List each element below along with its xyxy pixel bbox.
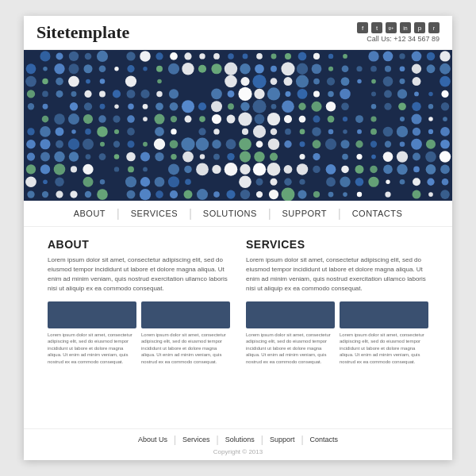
footer-support[interactable]: Support	[263, 436, 301, 443]
about-text: Lorem ipsum dolor sit amet, consectetur …	[48, 255, 230, 294]
call-us: Call Us: +12 34 567 89	[367, 35, 440, 43]
footer-about[interactable]: About Us	[132, 436, 174, 443]
card-2-text: Lorem ipsum dolor sit amet, consectetur …	[141, 332, 230, 365]
rss-icon[interactable]: r	[428, 22, 440, 33]
card-1-image	[48, 301, 136, 328]
pinterest-icon[interactable]: p	[414, 22, 425, 33]
services-cards: Lorem ipsum dolor sit amet, consectetur …	[246, 301, 428, 365]
header: Sitetemplate f t g+ in p r Call Us: +12 …	[24, 16, 452, 50]
about-title: ABOUT	[48, 238, 230, 251]
nav-about[interactable]: ABOUT	[63, 209, 117, 218]
main-nav: ABOUT | SERVICES | SOLUTIONS | SUPPORT |…	[24, 201, 452, 227]
card-4: Lorem ipsum dolor sit amet, consectetur …	[340, 301, 428, 365]
footer-solutions[interactable]: Solutions	[219, 436, 261, 443]
card-2: Lorem ipsum dolor sit amet, consectetur …	[141, 301, 230, 365]
card-2-image	[141, 301, 230, 328]
nav-solutions[interactable]: SOLUTIONS	[192, 209, 268, 218]
nav-support[interactable]: SUPPORT	[271, 209, 338, 218]
services-column: SERVICES Lorem ipsum dolor sit amet, con…	[238, 238, 436, 420]
twitter-icon[interactable]: t	[371, 22, 382, 33]
googleplus-icon[interactable]: g+	[386, 22, 397, 33]
card-3-text: Lorem ipsum dolor sit amet, consectetur …	[246, 332, 335, 365]
card-1: Lorem ipsum dolor sit amet, consectetur …	[48, 301, 136, 365]
card-4-image	[340, 301, 428, 328]
main-content: ABOUT Lorem ipsum dolor sit amet, consec…	[24, 227, 452, 428]
services-title: SERVICES	[246, 238, 428, 251]
logo: Sitetemplate	[36, 22, 129, 43]
about-column: ABOUT Lorem ipsum dolor sit amet, consec…	[40, 238, 238, 420]
card-4-text: Lorem ipsum dolor sit amet, consectetur …	[340, 332, 428, 365]
copyright: Copyright © 2013	[24, 447, 452, 460]
footer-services[interactable]: Services	[176, 436, 217, 443]
facebook-icon[interactable]: f	[357, 22, 368, 33]
card-3-image	[246, 301, 335, 328]
nav-contacts[interactable]: CONTACTS	[341, 209, 414, 218]
about-cards: Lorem ipsum dolor sit amet, consectetur …	[48, 301, 230, 365]
footer-nav: About Us | Services | Solutions | Suppor…	[24, 428, 452, 447]
nav-services[interactable]: SERVICES	[120, 209, 189, 218]
social-icons: f t g+ in p r	[357, 22, 440, 33]
page-wrapper: Sitetemplate f t g+ in p r Call Us: +12 …	[24, 16, 452, 460]
header-right: f t g+ in p r Call Us: +12 34 567 89	[357, 22, 440, 43]
linkedin-icon[interactable]: in	[400, 22, 411, 33]
footer-contacts[interactable]: Contacts	[304, 436, 345, 443]
card-3: Lorem ipsum dolor sit amet, consectetur …	[246, 301, 335, 365]
card-1-text: Lorem ipsum dolor sit amet, consectetur …	[48, 332, 136, 365]
services-text: Lorem ipsum dolor sit amet, consectetur …	[246, 255, 428, 294]
hero-banner	[24, 50, 452, 201]
